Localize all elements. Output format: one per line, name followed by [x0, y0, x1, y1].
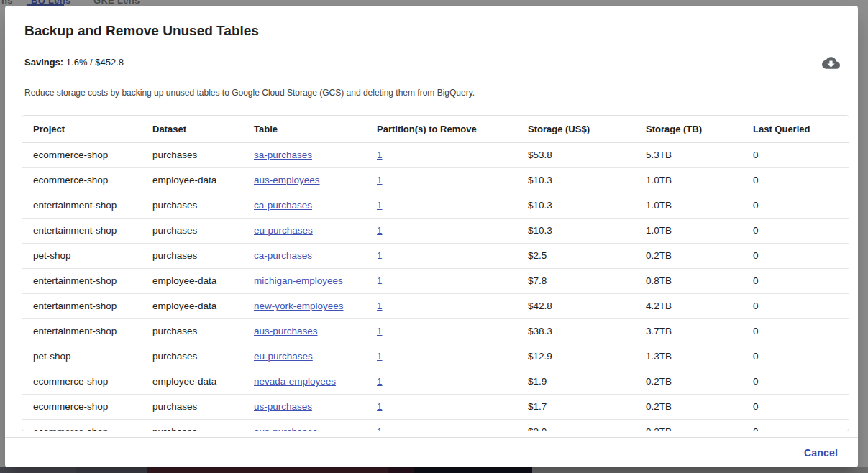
partitions-cell: 1: [366, 369, 517, 394]
column-header-partition-s-to-remove: Partition(s) to Remove: [366, 116, 517, 142]
table-row: entertainment-shoppurchasesca-purchases1…: [22, 193, 849, 218]
project-cell: ecommerce-shop: [22, 142, 142, 167]
table-row: entertainment-shoppurchaseseu-purchases1…: [22, 218, 849, 243]
download-report-button[interactable]: [821, 53, 840, 72]
table-link[interactable]: eu-purchases: [254, 225, 313, 236]
background-tab-partial: ns: [1, 0, 13, 6]
project-cell: entertainment-shop: [22, 293, 142, 318]
table-row: ecommerce-shoppurchasessa-purchases1$53.…: [22, 142, 849, 167]
table-row: ecommerce-shoppurchasesaus-purchases1$2.…: [22, 419, 849, 431]
table-cell: sa-purchases: [243, 142, 366, 167]
partition-link[interactable]: 1: [377, 250, 383, 261]
storage-tb-cell: 0.8TB: [635, 268, 742, 293]
storage-usd-cell: $10.3: [517, 167, 635, 193]
dialog-title: Backup and Remove Unused Tables: [24, 22, 839, 40]
storage-tb-cell: 0.2TB: [635, 419, 742, 431]
cloud-download-icon: [822, 54, 840, 72]
table-link[interactable]: aus-purchases: [254, 326, 318, 336]
dataset-cell: purchases: [142, 344, 243, 369]
storage-usd-cell: $1.9: [517, 369, 635, 394]
project-cell: entertainment-shop: [22, 268, 142, 293]
partition-link[interactable]: 1: [377, 376, 383, 387]
cancel-button[interactable]: Cancel: [798, 443, 844, 463]
last-queried-cell: 0: [742, 142, 849, 167]
project-cell: pet-shop: [22, 243, 142, 268]
partitions-cell: 1: [366, 419, 517, 431]
savings-row: Savings: 1.6% / $452.8: [24, 53, 840, 72]
partitions-cell: 1: [366, 193, 517, 218]
table-link[interactable]: michigan-employees: [254, 275, 343, 286]
storage-usd-cell: $2.0: [517, 419, 635, 431]
table-cell: eu-purchases: [243, 218, 366, 243]
table-row: pet-shoppurchasesca-purchases1$2.50.2TB0: [22, 243, 849, 268]
column-header-last-queried: Last Queried: [742, 116, 849, 142]
last-queried-cell: 0: [742, 218, 849, 243]
partition-link[interactable]: 1: [377, 351, 383, 362]
project-cell: ecommerce-shop: [22, 167, 142, 193]
storage-usd-cell: $2.5: [517, 243, 635, 268]
partitions-cell: 1: [366, 167, 517, 193]
table-header: ProjectDatasetTablePartition(s) to Remov…: [22, 116, 849, 142]
table-link[interactable]: new-york-employees: [254, 300, 344, 311]
storage-usd-cell: $42.8: [517, 293, 635, 318]
project-cell: ecommerce-shop: [22, 369, 142, 394]
table-row: entertainment-shopemployee-datanew-york-…: [22, 293, 849, 318]
backup-remove-dialog: Backup and Remove Unused Tables Savings:…: [5, 6, 858, 467]
column-header-project: Project: [22, 116, 142, 142]
table-link[interactable]: ca-purchases: [254, 250, 312, 261]
table-cell: michigan-employees: [243, 268, 366, 293]
table-link[interactable]: nevada-employees: [254, 376, 336, 387]
partition-link[interactable]: 1: [377, 401, 383, 412]
table-row: ecommerce-shopemployee-dataaus-employees…: [22, 167, 849, 193]
project-cell: ecommerce-shop: [22, 394, 142, 419]
partition-link[interactable]: 1: [377, 150, 383, 160]
dialog-footer: Cancel: [5, 437, 858, 467]
table-link[interactable]: ca-purchases: [254, 200, 312, 211]
partition-link[interactable]: 1: [377, 175, 383, 185]
table-link[interactable]: sa-purchases: [254, 150, 312, 160]
column-header-dataset: Dataset: [142, 116, 243, 142]
partition-link[interactable]: 1: [377, 300, 383, 311]
background-segment: [414, 467, 532, 473]
last-queried-cell: 0: [742, 293, 849, 318]
last-queried-cell: 0: [742, 193, 849, 218]
savings-value: 1.6% / $452.8: [66, 57, 124, 68]
partition-link[interactable]: 1: [377, 200, 383, 211]
partition-link[interactable]: 1: [377, 326, 383, 336]
project-cell: entertainment-shop: [22, 193, 142, 218]
background-segment: [0, 467, 76, 473]
savings-text: Savings: 1.6% / $452.8: [24, 56, 124, 69]
background-tab-gke-lens: GKE Lens: [93, 0, 140, 6]
storage-tb-cell: 3.7TB: [635, 318, 742, 344]
table-cell: new-york-employees: [243, 293, 366, 318]
table-link[interactable]: us-purchases: [254, 401, 312, 412]
savings-label: Savings:: [24, 57, 63, 68]
table-link[interactable]: aus-employees: [254, 175, 320, 185]
background-segment: [532, 467, 868, 473]
last-queried-cell: 0: [742, 318, 849, 344]
storage-usd-cell: $12.9: [517, 344, 635, 369]
storage-tb-cell: 4.2TB: [635, 293, 742, 318]
last-queried-cell: 0: [742, 394, 849, 419]
storage-tb-cell: 0.2TB: [635, 243, 742, 268]
storage-usd-cell: $10.3: [517, 193, 635, 218]
unused-tables-card[interactable]: ProjectDatasetTablePartition(s) to Remov…: [22, 115, 849, 431]
partition-link[interactable]: 1: [377, 426, 383, 431]
storage-usd-cell: $10.3: [517, 218, 635, 243]
partition-link[interactable]: 1: [377, 225, 383, 236]
table-cell: aus-purchases: [243, 419, 366, 431]
partitions-cell: 1: [366, 268, 517, 293]
partitions-cell: 1: [366, 142, 517, 167]
column-header-table: Table: [243, 116, 366, 142]
partitions-cell: 1: [366, 293, 517, 318]
background-page-bottom: [0, 467, 868, 473]
partition-link[interactable]: 1: [377, 275, 383, 286]
dataset-cell: purchases: [142, 394, 243, 419]
storage-usd-cell: $53.8: [517, 142, 635, 167]
table-link[interactable]: eu-purchases: [254, 351, 313, 362]
table-row: entertainment-shoppurchasesaus-purchases…: [22, 318, 849, 344]
table-cell: ca-purchases: [243, 243, 366, 268]
table-link[interactable]: aus-purchases: [254, 426, 318, 431]
dataset-cell: employee-data: [142, 167, 243, 193]
last-queried-cell: 0: [742, 344, 849, 369]
